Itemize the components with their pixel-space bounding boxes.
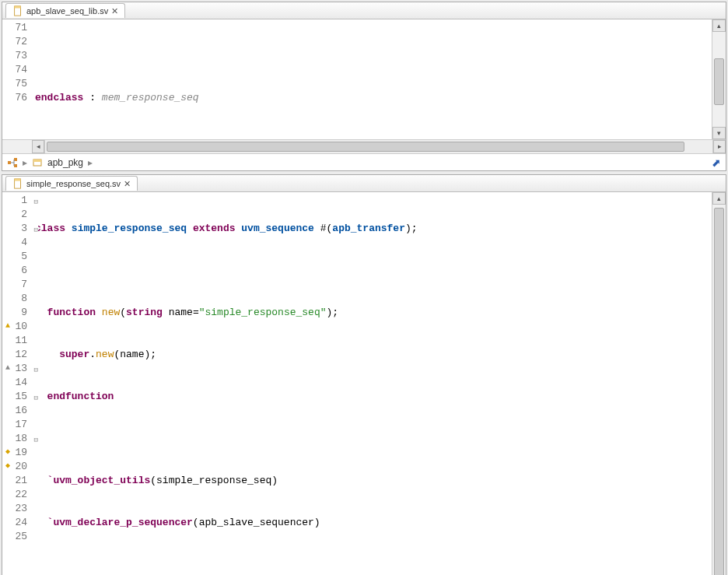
- marker-icon[interactable]: ▲: [3, 363, 12, 373]
- svg-rect-2: [8, 161, 11, 164]
- close-icon[interactable]: ✕: [124, 179, 131, 189]
- link-icon[interactable]: ⬈: [712, 156, 721, 169]
- warning-icon[interactable]: ◆: [3, 447, 12, 457]
- breadcrumb-package[interactable]: apb_pkg: [47, 157, 83, 168]
- close-icon[interactable]: ✕: [111, 6, 118, 16]
- editor-pane-top: apb_slave_seq_lib.sv ✕ 71 72 73 74 75 76…: [2, 2, 726, 171]
- code-area-top[interactable]: endclass : mem_response_seq `include "si…: [32, 19, 712, 139]
- gutter-bottom: 1 2 3 4 5 6 7 8 9 ▲10 11 12 ▲13 14 15 16…: [2, 192, 32, 575]
- tab-bar-bottom: simple_response_seq.sv ✕: [2, 175, 726, 192]
- svg-rect-3: [14, 158, 17, 161]
- file-icon: [12, 5, 23, 16]
- tab-apb-slave-seq-lib[interactable]: apb_slave_seq_lib.sv ✕: [5, 3, 125, 18]
- svg-rect-6: [33, 160, 41, 162]
- code-area-bottom[interactable]: class simple_response_seq extends uvm_se…: [32, 192, 712, 575]
- tab-label: simple_response_seq.sv: [26, 179, 121, 188]
- hierarchy-icon[interactable]: [7, 157, 18, 168]
- svg-rect-4: [14, 164, 17, 167]
- warning-icon[interactable]: ◆: [3, 461, 12, 471]
- file-icon: [12, 178, 23, 189]
- tab-label: apb_slave_seq_lib.sv: [26, 6, 108, 16]
- svg-rect-8: [15, 179, 21, 181]
- gutter-top: 71 72 73 74 75 76: [2, 19, 32, 139]
- separator-icon: ▸: [23, 157, 27, 168]
- scroll-up-icon[interactable]: ▴: [712, 19, 726, 32]
- tab-simple-response-seq[interactable]: simple_response_seq.sv ✕: [5, 176, 138, 191]
- editor-body-top: 71 72 73 74 75 76 endclass : mem_respons…: [2, 19, 726, 139]
- scroll-thumb[interactable]: [714, 208, 724, 575]
- scroll-left-icon[interactable]: ◂: [32, 140, 44, 153]
- scroll-thumb-h[interactable]: [47, 142, 684, 152]
- breadcrumb-top: ▸ apb_pkg ▸ ⬈: [2, 153, 726, 170]
- vertical-scrollbar-bottom[interactable]: ▴ ▾: [712, 192, 726, 575]
- svg-rect-1: [15, 6, 21, 9]
- scroll-down-icon[interactable]: ▾: [712, 127, 726, 139]
- separator-icon: ▸: [88, 157, 93, 168]
- vertical-scrollbar-top[interactable]: ▴ ▾: [712, 19, 726, 139]
- scroll-thumb[interactable]: [714, 58, 724, 105]
- editor-pane-bottom: simple_response_seq.sv ✕ 1 2 3 4 5 6 7 8…: [2, 174, 726, 575]
- scroll-up-icon[interactable]: ▴: [712, 192, 726, 205]
- package-icon: [32, 157, 43, 168]
- editor-body-bottom: 1 2 3 4 5 6 7 8 9 ▲10 11 12 ▲13 14 15 16…: [2, 192, 726, 575]
- warning-icon[interactable]: ▲: [3, 321, 12, 331]
- horizontal-scrollbar-top[interactable]: ◂ ▸: [2, 139, 726, 153]
- scroll-right-icon[interactable]: ▸: [713, 140, 726, 153]
- tab-bar-top: apb_slave_seq_lib.sv ✕: [2, 2, 726, 19]
